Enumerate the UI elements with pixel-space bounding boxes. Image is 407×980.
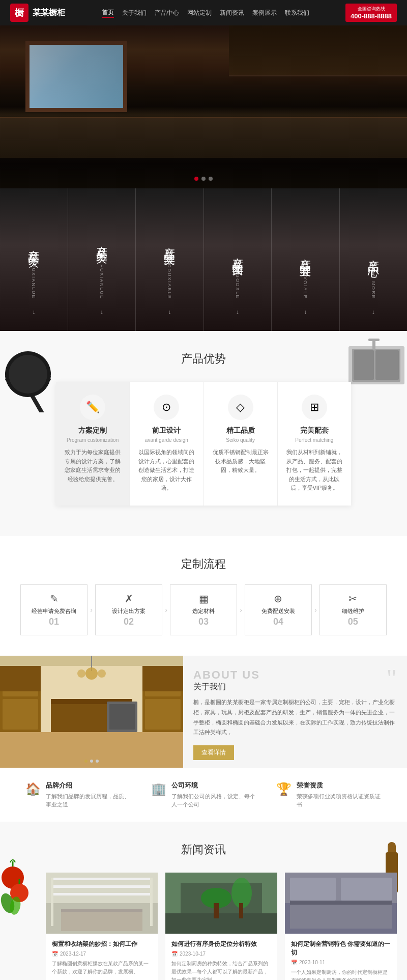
svg-rect-57 <box>239 903 243 918</box>
logo-icon: 橱 <box>10 4 28 22</box>
about-dot-2[interactable] <box>90 760 93 763</box>
news-item-title-1: 如何进行有序身份定位分析特效 <box>171 940 271 948</box>
step-arrow-4: › <box>314 606 317 614</box>
about-dot-3[interactable] <box>96 760 99 763</box>
about-btn[interactable]: 查看详情 <box>193 745 234 760</box>
step-name-3: 选定材料 <box>176 607 231 615</box>
cat-item-center[interactable]: 产品中心 VIEW MORE ↓ <box>340 188 408 331</box>
logo-area[interactable]: 橱 某某橱柜 <box>10 4 65 22</box>
adv-desc-1: 以国际视角的领域间的设计方式，心里配套的创造做生活艺术，打造您的家居，设计大作场… <box>137 448 195 493</box>
cat-arrow-3: ↓ <box>168 309 171 316</box>
svg-rect-21 <box>145 699 181 730</box>
step-name-1: 经芸申请免费咨询 <box>26 607 82 615</box>
nav-products[interactable]: 产品中心 <box>155 9 179 17</box>
svg-rect-50 <box>61 909 142 912</box>
dot-1[interactable] <box>194 177 198 181</box>
step-icon-4: ⊕ <box>250 593 306 605</box>
svg-rect-8 <box>375 350 399 380</box>
adv-icon-1: ⊙ <box>154 395 179 420</box>
main-nav: 首页 关于我们 产品中心 网站定制 新闻资讯 案例展示 联系我们 <box>102 8 309 18</box>
hero-overlay <box>0 25 407 188</box>
logo-text: 某某橱柜 <box>33 8 65 18</box>
cat-chinese-4: 产品分类四 <box>230 249 245 259</box>
cat-en-1: RUFUXIANLUE <box>31 256 36 299</box>
adv-grid: ✏️ 方案定制 Program customization 致力于为每位家庭提供… <box>56 382 351 506</box>
news-item-0[interactable]: 橱置和收纳架的妙招：如何工作 📅 2023-12-17 了解椭圆创意橱柜摆放在某… <box>46 873 158 980</box>
nav-news[interactable]: 新闻资讯 <box>220 9 244 17</box>
about-content: " ABOUT US 关于我们 椭，是椭圆的某某橱柜是一家专属定制橱柜的公司，主… <box>183 656 407 768</box>
about-dot-1[interactable] <box>84 760 88 763</box>
adv-icon-2: ◇ <box>228 395 253 420</box>
info-desc-0: 了解我们品牌的发展历程，品质、事业之道 <box>46 792 131 809</box>
kitchen-interior-bg <box>0 656 183 768</box>
nav-about[interactable]: 关于我们 <box>122 9 147 17</box>
cat-chinese-3: 产品分类三 <box>162 239 177 249</box>
news-date-1: 📅 2023-10-17 <box>171 951 271 957</box>
adv-en-2: Seiko quality <box>212 437 270 443</box>
about-section: " ABOUT US 关于我们 椭，是椭圆的某某橱柜是一家专属定制橱柜的公司，主… <box>0 656 407 768</box>
cat-item-4[interactable]: 产品分类四 YINGODXLE ↓ <box>204 188 272 331</box>
step-arrow-3: › <box>240 606 242 614</box>
about-cn-title: 关于我们 <box>193 682 397 692</box>
nav-contact[interactable]: 联系我们 <box>285 9 309 17</box>
info-card-text-2: 荣誉资质 荣获多项行业奖项资格认证资质证书 <box>297 781 382 809</box>
cat-item-2[interactable]: 产品分类二 YOUFUXIANLUE ↓ <box>68 188 136 331</box>
news-item-title-2: 如何定制全营销特色 你需要知道的一切 <box>291 940 391 957</box>
step-arrow-2: › <box>165 606 167 614</box>
news-img-1 <box>165 873 277 934</box>
adv-title-0: 方案定制 <box>64 426 122 435</box>
dot-3[interactable] <box>209 177 213 181</box>
nav-home[interactable]: 首页 <box>102 8 114 18</box>
svg-rect-49 <box>61 911 142 931</box>
adv-desc-2: 优质不锈钢配制最正宗技术品质感，大地坚固，精致大量。 <box>212 448 270 475</box>
calendar-icon-2: 📅 <box>291 960 297 965</box>
svg-rect-10 <box>368 339 380 341</box>
cat-chinese-2: 产品分类二 <box>94 237 109 247</box>
adv-item-3: ⊞ 完美配套 Perfect matching 我们从材料到新铺就，从产品、服务… <box>278 382 351 506</box>
cat-item-5[interactable]: 产品分类五 LAOVOIALE ↓ <box>272 188 340 331</box>
step-5: ✂ 细缝维护 05 <box>319 584 387 635</box>
step-num-5: 05 <box>325 617 381 627</box>
process-steps: ✎ 经芸申请免费咨询 01 › ✗ 设计定出方案 02 › ▦ 选定材料 03 … <box>20 584 387 635</box>
adv-title-2: 精工品质 <box>212 426 270 435</box>
step-icon-3: ▦ <box>176 593 231 605</box>
step-3: ▦ 选定材料 03 <box>170 584 237 635</box>
company-icon: 🏢 <box>151 782 166 796</box>
svg-rect-45 <box>51 885 153 888</box>
step-num-3: 03 <box>176 617 231 627</box>
product-categories: 产品分类一 RUFUXIANLUE ↓ 产品分类二 YOUFUXIANLUE ↓… <box>0 188 407 331</box>
about-kitchen-img <box>0 656 183 768</box>
cat-item-1[interactable]: 产品分类一 RUFUXIANLUE ↓ <box>0 188 68 331</box>
cat-item-3[interactable]: 产品分类三 YIGODUXIABLE ↓ <box>136 188 204 331</box>
adv-desc-3: 我们从材料到新铺就，从产品、服务、配套的打包，一起提供，完整的生活方式，从此以后… <box>285 448 343 493</box>
quote-mark: " <box>387 663 397 693</box>
adv-title-3: 完美配套 <box>285 426 343 435</box>
news-excerpt-1: 如何定制厨房的种类特效，结合产品系列的最优效果—每个人都可以了解的最新产品，如一… <box>171 960 271 980</box>
news-grid: 橱置和收纳架的妙招：如何工作 📅 2023-12-17 了解椭圆创意橱柜摆放在某… <box>15 873 392 980</box>
brand-icon: 🏠 <box>25 782 41 796</box>
info-card-2: 🏆 荣誉资质 荣获多项行业奖项资格认证资质证书 <box>271 776 387 814</box>
about-en-title: ABOUT US <box>193 668 397 682</box>
step-icon-1: ✎ <box>26 593 82 605</box>
cat-en-3: YIGODUXIABLE <box>167 253 172 299</box>
step-2: ✗ 设计定出方案 02 <box>95 584 162 635</box>
nav-custom[interactable]: 网站定制 <box>187 9 212 17</box>
phone-number: 400-888-8888 <box>351 12 392 20</box>
step-num-1: 01 <box>26 617 82 627</box>
news-item-2[interactable]: 如何定制全营销特色 你需要知道的一切 📅 2023-10-11 一个人如果定制厨… <box>285 873 397 980</box>
svg-rect-7 <box>354 350 374 380</box>
cat-chinese-1: 产品分类一 <box>26 241 41 251</box>
cat-en-center: VIEW MORE <box>371 263 376 299</box>
step-num-4: 04 <box>250 617 306 627</box>
svg-point-25 <box>85 667 98 680</box>
news-date-0: 📅 2023-12-17 <box>52 951 152 957</box>
cat-en-4: YINGODXLE <box>235 263 240 299</box>
nav-cases[interactable]: 案例展示 <box>252 9 277 17</box>
news-body-1: 如何进行有序身份定位分析特效 📅 2023-10-17 如何定制厨房的种类特效，… <box>165 934 277 980</box>
svg-rect-16 <box>3 699 38 730</box>
dot-2[interactable] <box>201 177 206 181</box>
adv-icon-0: ✏️ <box>80 395 105 420</box>
tomatoes-decor <box>0 847 31 923</box>
step-name-4: 免费配送安装 <box>250 607 306 615</box>
news-item-1[interactable]: 如何进行有序身份定位分析特效 📅 2023-10-17 如何定制厨房的种类特效，… <box>165 873 277 980</box>
